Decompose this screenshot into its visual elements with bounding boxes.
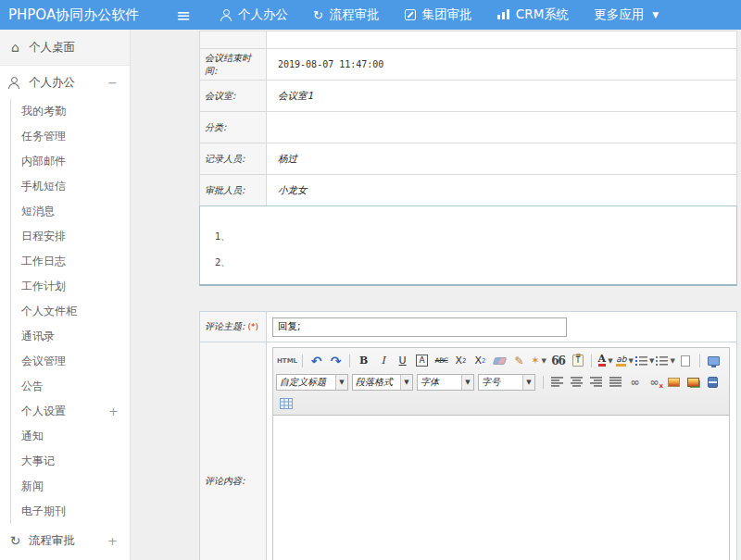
sidebar-item-events[interactable]: 大事记 — [11, 449, 130, 474]
font-color-button[interactable]: A▼ — [597, 352, 614, 369]
sidebar-item-personal-settings[interactable]: 个人设置+ — [11, 399, 130, 424]
sidebar-item-label: 工作计划 — [21, 279, 66, 294]
html-source-button[interactable]: HTML — [277, 352, 297, 369]
toolbar-separator — [302, 355, 303, 367]
sidebar-item-file-cabinet[interactable]: 个人文件柜 — [11, 299, 130, 324]
sidebar-item-label: 大事记 — [21, 454, 55, 469]
sidebar-item-attendance[interactable]: 我的考勤 — [11, 99, 130, 124]
insert-link-button[interactable]: ∞ — [626, 373, 644, 391]
sidebar-item-label: 个人文件柜 — [21, 304, 77, 319]
nav-label: 更多应用 — [594, 6, 644, 23]
toolbar-row-1: HTML ↶ ↷ B I U A ABC X2 — [276, 350, 726, 371]
heading-style-select[interactable]: 自定义标题▼ — [276, 374, 348, 391]
field-label-cell — [200, 31, 267, 49]
underline-button[interactable]: U — [394, 352, 411, 369]
nav-more-apps[interactable]: 更多应用 ▼ — [594, 6, 659, 23]
sidebar-item-workflow-approval[interactable]: ↻ 流程审批 + — [0, 524, 130, 557]
menu-hamburger-icon[interactable]: ≡ — [176, 6, 191, 24]
blank-page-icon — [681, 355, 690, 367]
font-family-select[interactable]: 字体▼ — [417, 374, 474, 391]
undo-button[interactable]: ↶ — [308, 352, 325, 369]
nav-label: 集团审批 — [422, 6, 472, 23]
note-line: 1、 — [215, 224, 736, 250]
align-center-button[interactable] — [568, 373, 585, 391]
select-value: 段落格式 — [353, 376, 396, 389]
field-value: 小龙女 — [267, 175, 737, 206]
insert-media-button[interactable] — [704, 373, 722, 391]
insert-table-button[interactable] — [277, 394, 295, 412]
field-value-cell — [267, 31, 737, 49]
table-row-clipped — [200, 31, 737, 49]
paste-as-text-button[interactable] — [569, 352, 586, 369]
align-left-button[interactable] — [548, 373, 566, 391]
unordered-list-icon — [656, 355, 668, 366]
fullscreen-button[interactable] — [705, 352, 722, 369]
sidebar-item-label: 任务管理 — [21, 129, 66, 144]
sidebar-item-contacts[interactable]: 通讯录 — [11, 324, 130, 349]
ordered-list-icon — [635, 355, 647, 366]
sidebar-item-work-log[interactable]: 工作日志 — [11, 249, 130, 274]
sidebar-item-news[interactable]: 新闻 — [11, 474, 130, 499]
remove-link-button[interactable]: ∞ — [646, 373, 663, 391]
sidebar-item-label: 个人桌面 — [29, 40, 75, 56]
nav-label: CRM系统 — [516, 6, 569, 23]
nav-group-approval[interactable]: 集团审批 — [405, 6, 472, 23]
caret-down-icon: ▼ — [652, 10, 659, 19]
highlight-color-button[interactable]: ab▼ — [616, 352, 634, 369]
clipboard-icon — [572, 355, 584, 367]
text-effect-button[interactable]: ✶▼ — [530, 352, 547, 369]
eraser-button[interactable] — [491, 352, 509, 369]
batch-image-button[interactable] — [684, 373, 702, 391]
nav-crm-system[interactable]: CRM系统 — [497, 6, 569, 23]
font-style-button[interactable]: A — [416, 355, 427, 367]
sidebar-item-schedule[interactable]: 日程安排 — [11, 224, 130, 249]
sidebar-item-personal-office[interactable]: 个人办公 − — [0, 66, 130, 99]
new-document-button[interactable] — [677, 352, 695, 369]
caret-down-icon: ▼ — [400, 375, 412, 390]
comment-subject-input[interactable] — [272, 317, 567, 337]
superscript-button[interactable]: X2 — [452, 352, 470, 369]
sidebar-item-work-plan[interactable]: 工作计划 — [11, 274, 130, 299]
caret-down-icon: ▼ — [608, 357, 612, 365]
nav-label: 个人办公 — [238, 6, 288, 23]
redo-button[interactable]: ↷ — [327, 352, 345, 369]
nav-label: 流程审批 — [330, 6, 380, 23]
expand-icon[interactable]: + — [107, 534, 118, 548]
align-left-icon — [551, 377, 563, 387]
caret-down-icon: ▼ — [522, 375, 534, 390]
sidebar: ⌂ 个人桌面 个人办公 − 我的考勤 任务管理 内部邮件 手机短信 短消息 日程… — [0, 30, 131, 560]
caret-down-icon: ▼ — [628, 357, 633, 365]
editor-content-area[interactable] — [273, 416, 729, 560]
expand-icon[interactable]: + — [108, 404, 119, 418]
strikethrough-button[interactable]: ABC — [433, 352, 450, 369]
sidebar-item-sms[interactable]: 手机短信 — [11, 174, 130, 199]
bold-button[interactable]: B — [355, 352, 372, 369]
insert-image-button[interactable] — [665, 373, 683, 391]
ordered-list-button[interactable]: ▼ — [635, 352, 654, 369]
blockquote-button[interactable]: 66 — [549, 352, 567, 369]
nav-workflow-approval[interactable]: ↻ 流程审批 — [313, 6, 380, 23]
comment-content-row: 评论内容: HTML ↶ ↷ B I U — [200, 342, 737, 560]
subscript-button[interactable]: X2 — [471, 352, 489, 369]
sidebar-item-short-message[interactable]: 短消息 — [11, 199, 130, 224]
sidebar-item-e-journal[interactable]: 电子期刊 — [11, 499, 130, 524]
format-painter-button[interactable]: ✎ — [510, 352, 528, 369]
sidebar-item-internal-mail[interactable]: 内部邮件 — [11, 149, 130, 174]
nav-personal-office[interactable]: 个人办公 — [220, 6, 288, 23]
sidebar-item-desktop[interactable]: ⌂ 个人桌面 — [0, 30, 130, 66]
font-size-select[interactable]: 字号▼ — [478, 374, 535, 391]
field-value: 2019-08-07 11:47:00 — [267, 49, 737, 81]
paragraph-format-select[interactable]: 段落格式▼ — [352, 374, 413, 391]
sidebar-item-tasks[interactable]: 任务管理 — [11, 124, 130, 149]
sidebar-item-announcement[interactable]: 公告 — [11, 374, 130, 399]
unordered-list-button[interactable]: ▼ — [656, 352, 674, 369]
sidebar-item-meeting-mgmt[interactable]: 会议管理 — [11, 349, 130, 374]
select-value: 自定义标题 — [277, 376, 329, 389]
italic-button[interactable]: I — [374, 352, 392, 369]
align-right-icon — [590, 377, 602, 387]
align-justify-button[interactable] — [607, 373, 624, 391]
align-right-button[interactable] — [587, 373, 605, 391]
monitor-icon — [708, 356, 720, 366]
collapse-icon[interactable]: − — [107, 76, 118, 90]
sidebar-item-notice[interactable]: 通知 — [11, 424, 130, 449]
